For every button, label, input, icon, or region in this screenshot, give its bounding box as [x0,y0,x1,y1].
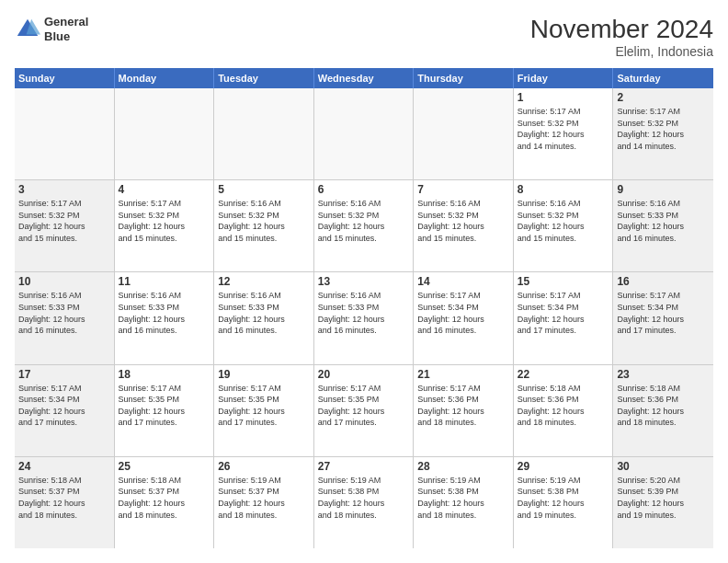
cal-cell: 20Sunrise: 5:17 AM Sunset: 5:35 PM Dayli… [314,365,415,456]
day-number: 25 [119,460,210,473]
calendar-row-4: 17Sunrise: 5:17 AM Sunset: 5:34 PM Dayli… [15,365,713,457]
cal-cell: 14Sunrise: 5:17 AM Sunset: 5:34 PM Dayli… [414,272,514,363]
cell-info: Sunrise: 5:18 AM Sunset: 5:36 PM Dayligh… [617,383,710,429]
cal-cell: 15Sunrise: 5:17 AM Sunset: 5:34 PM Dayli… [514,272,614,363]
cell-info: Sunrise: 5:18 AM Sunset: 5:37 PM Dayligh… [119,475,210,521]
day-number: 7 [417,183,509,196]
cal-cell: 5Sunrise: 5:16 AM Sunset: 5:32 PM Daylig… [214,180,314,271]
cal-cell [115,88,215,179]
day-number: 9 [617,183,710,196]
day-number: 22 [518,368,609,381]
cal-cell: 28Sunrise: 5:19 AM Sunset: 5:38 PM Dayli… [414,457,514,548]
cell-info: Sunrise: 5:20 AM Sunset: 5:39 PM Dayligh… [617,475,710,521]
cal-cell: 11Sunrise: 5:16 AM Sunset: 5:33 PM Dayli… [115,272,215,363]
day-header-monday: Monday [115,68,215,88]
cell-info: Sunrise: 5:16 AM Sunset: 5:32 PM Dayligh… [318,198,410,244]
cal-cell: 22Sunrise: 5:18 AM Sunset: 5:36 PM Dayli… [514,365,614,456]
day-number: 27 [318,460,410,473]
cell-info: Sunrise: 5:17 AM Sunset: 5:36 PM Dayligh… [417,383,509,429]
cell-info: Sunrise: 5:16 AM Sunset: 5:33 PM Dayligh… [318,290,410,336]
cal-cell: 21Sunrise: 5:17 AM Sunset: 5:36 PM Dayli… [414,365,514,456]
cell-info: Sunrise: 5:17 AM Sunset: 5:34 PM Dayligh… [518,290,609,336]
cell-info: Sunrise: 5:17 AM Sunset: 5:34 PM Dayligh… [617,290,710,336]
day-number: 8 [518,183,609,196]
cell-info: Sunrise: 5:19 AM Sunset: 5:38 PM Dayligh… [417,475,509,521]
day-number: 23 [617,368,710,381]
day-number: 1 [518,91,609,104]
day-number: 17 [18,368,110,381]
cal-cell: 18Sunrise: 5:17 AM Sunset: 5:35 PM Dayli… [115,365,215,456]
cal-cell: 6Sunrise: 5:16 AM Sunset: 5:32 PM Daylig… [314,180,415,271]
cal-cell: 29Sunrise: 5:19 AM Sunset: 5:38 PM Dayli… [514,457,614,548]
cal-cell: 16Sunrise: 5:17 AM Sunset: 5:34 PM Dayli… [613,272,713,363]
calendar-row-5: 24Sunrise: 5:18 AM Sunset: 5:37 PM Dayli… [15,457,713,548]
day-number: 5 [218,183,310,196]
cal-cell: 17Sunrise: 5:17 AM Sunset: 5:34 PM Dayli… [15,365,115,456]
calendar-row-2: 3Sunrise: 5:17 AM Sunset: 5:32 PM Daylig… [15,180,713,272]
cell-info: Sunrise: 5:17 AM Sunset: 5:32 PM Dayligh… [617,106,710,152]
day-number: 19 [218,368,310,381]
cell-info: Sunrise: 5:16 AM Sunset: 5:32 PM Dayligh… [518,198,609,244]
cal-cell: 1Sunrise: 5:17 AM Sunset: 5:32 PM Daylig… [514,88,614,179]
cal-cell: 8Sunrise: 5:16 AM Sunset: 5:32 PM Daylig… [514,180,614,271]
cell-info: Sunrise: 5:18 AM Sunset: 5:36 PM Dayligh… [518,383,609,429]
day-number: 24 [18,460,110,473]
day-header-thursday: Thursday [414,68,514,88]
cell-info: Sunrise: 5:17 AM Sunset: 5:32 PM Dayligh… [518,106,609,152]
cell-info: Sunrise: 5:17 AM Sunset: 5:34 PM Dayligh… [18,383,110,429]
day-number: 2 [617,91,710,104]
cal-cell: 3Sunrise: 5:17 AM Sunset: 5:32 PM Daylig… [15,180,115,271]
cal-cell: 23Sunrise: 5:18 AM Sunset: 5:36 PM Dayli… [613,365,713,456]
cal-cell: 30Sunrise: 5:20 AM Sunset: 5:39 PM Dayli… [613,457,713,548]
cal-cell [214,88,314,179]
day-number: 4 [119,183,210,196]
cal-cell: 19Sunrise: 5:17 AM Sunset: 5:35 PM Dayli… [214,365,314,456]
cell-info: Sunrise: 5:16 AM Sunset: 5:33 PM Dayligh… [617,198,710,244]
day-number: 15 [518,275,609,288]
cal-cell: 2Sunrise: 5:17 AM Sunset: 5:32 PM Daylig… [613,88,713,179]
day-number: 12 [218,275,310,288]
cal-cell [314,88,415,179]
day-header-saturday: Saturday [613,68,713,88]
day-number: 11 [119,275,210,288]
day-number: 6 [318,183,410,196]
logo-text: General Blue [44,15,88,43]
calendar-row-3: 10Sunrise: 5:16 AM Sunset: 5:33 PM Dayli… [15,272,713,364]
calendar-header: SundayMondayTuesdayWednesdayThursdayFrid… [15,68,713,88]
calendar: SundayMondayTuesdayWednesdayThursdayFrid… [15,68,713,548]
header: General Blue November 2024 Elelim, Indon… [15,15,713,59]
cal-cell: 27Sunrise: 5:19 AM Sunset: 5:38 PM Dayli… [314,457,415,548]
cell-info: Sunrise: 5:19 AM Sunset: 5:38 PM Dayligh… [518,475,609,521]
cal-cell [15,88,115,179]
cell-info: Sunrise: 5:19 AM Sunset: 5:37 PM Dayligh… [218,475,310,521]
day-number: 16 [617,275,710,288]
cal-cell: 9Sunrise: 5:16 AM Sunset: 5:33 PM Daylig… [613,180,713,271]
calendar-row-1: 1Sunrise: 5:17 AM Sunset: 5:32 PM Daylig… [15,88,713,180]
day-number: 20 [318,368,410,381]
cal-cell: 26Sunrise: 5:19 AM Sunset: 5:37 PM Dayli… [214,457,314,548]
calendar-body: 1Sunrise: 5:17 AM Sunset: 5:32 PM Daylig… [15,88,713,548]
day-header-sunday: Sunday [15,68,115,88]
cell-info: Sunrise: 5:17 AM Sunset: 5:32 PM Dayligh… [119,198,210,244]
location: Elelim, Indonesia [530,44,713,59]
cell-info: Sunrise: 5:16 AM Sunset: 5:32 PM Dayligh… [218,198,310,244]
cell-info: Sunrise: 5:17 AM Sunset: 5:34 PM Dayligh… [417,290,509,336]
day-number: 13 [318,275,410,288]
day-number: 30 [617,460,710,473]
title-block: November 2024 Elelim, Indonesia [530,15,713,59]
cal-cell: 13Sunrise: 5:16 AM Sunset: 5:33 PM Dayli… [314,272,415,363]
day-header-wednesday: Wednesday [314,68,415,88]
cell-info: Sunrise: 5:16 AM Sunset: 5:33 PM Dayligh… [18,290,110,336]
cal-cell [414,88,514,179]
cal-cell: 4Sunrise: 5:17 AM Sunset: 5:32 PM Daylig… [115,180,215,271]
day-number: 29 [518,460,609,473]
cell-info: Sunrise: 5:16 AM Sunset: 5:33 PM Dayligh… [218,290,310,336]
page: General Blue November 2024 Elelim, Indon… [0,0,728,563]
day-number: 26 [218,460,310,473]
cell-info: Sunrise: 5:17 AM Sunset: 5:35 PM Dayligh… [318,383,410,429]
day-number: 28 [417,460,509,473]
cell-info: Sunrise: 5:19 AM Sunset: 5:38 PM Dayligh… [318,475,410,521]
day-number: 3 [18,183,110,196]
cal-cell: 10Sunrise: 5:16 AM Sunset: 5:33 PM Dayli… [15,272,115,363]
cell-info: Sunrise: 5:17 AM Sunset: 5:35 PM Dayligh… [218,383,310,429]
